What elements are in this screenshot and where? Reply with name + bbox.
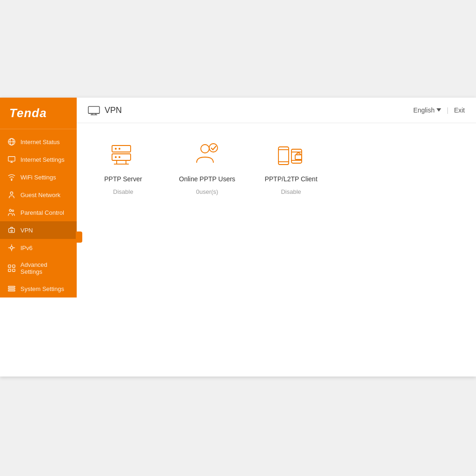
svg-point-9 (12, 210, 14, 212)
svg-point-40 (209, 144, 218, 152)
wifi-icon (7, 173, 16, 181)
pptp-l2tp-client-title: PPTP/L2TP Client (264, 175, 317, 183)
sidebar-item-system-settings[interactable]: System Settings (0, 280, 77, 298)
brand-name: Tenda (9, 106, 47, 120)
svg-rect-17 (8, 265, 11, 267)
sidebar-item-guest-network[interactable]: Guest Network (0, 186, 77, 204)
vpn-card-pptp-server[interactable]: PPTP Server Disable (95, 142, 151, 195)
svg-point-32 (115, 148, 117, 150)
online-pptp-users-icon (191, 142, 224, 170)
vpn-cards-container: PPTP Server Disable (95, 142, 457, 195)
sidebar-item-internet-settings[interactable]: Internet Settings (0, 151, 77, 168)
sidebar-label-vpn: VPN (20, 227, 33, 234)
vpn-card-online-pptp-users[interactable]: Online PPTP Users 0user(s) (179, 142, 235, 195)
svg-point-6 (11, 179, 12, 180)
vpn-card-pptp-l2tp-client[interactable]: PPTP/L2TP Client Disable (263, 142, 319, 195)
family-icon (7, 208, 16, 217)
pptp-server-title: PPTP Server (104, 175, 142, 183)
svg-marker-29 (436, 108, 441, 112)
sidebar-item-wifi-settings[interactable]: WiFi Settings (0, 168, 77, 186)
header-divider: | (447, 106, 449, 114)
person-icon (7, 191, 16, 199)
main-content: VPN English | Exit (77, 98, 476, 377)
svg-rect-3 (8, 157, 15, 161)
online-pptp-users-title: Online PPTP Users (179, 175, 235, 183)
language-selector[interactable]: English (413, 106, 441, 114)
chevron-down-icon (436, 108, 441, 112)
svg-rect-44 (291, 149, 302, 163)
settings-icon (7, 284, 16, 293)
sidebar-label-ipv6: IPv6 (20, 245, 33, 251)
sidebar-label-advanced-settings: Advanced Settings (20, 261, 69, 275)
svg-rect-22 (8, 288, 15, 289)
sidebar-label-wifi-settings: WiFi Settings (20, 174, 56, 181)
header-left: VPN (88, 105, 122, 115)
pptp-server-icon (107, 142, 139, 170)
language-label: English (413, 106, 435, 114)
vpn-icon (7, 226, 16, 234)
grid-icon (7, 264, 16, 272)
pptp-server-status: Disable (113, 188, 133, 195)
sidebar-label-internet-status: Internet Status (20, 139, 60, 145)
svg-rect-18 (13, 265, 15, 267)
svg-rect-47 (295, 155, 302, 159)
svg-rect-24 (88, 106, 99, 113)
svg-rect-19 (8, 269, 11, 271)
svg-point-35 (119, 156, 120, 158)
svg-point-34 (115, 156, 117, 158)
svg-rect-21 (8, 286, 15, 287)
svg-point-8 (9, 209, 12, 212)
sidebar-label-guest-network: Guest Network (20, 192, 60, 198)
svg-point-7 (10, 192, 13, 194)
svg-rect-23 (8, 290, 15, 291)
globe-icon (7, 138, 16, 146)
svg-rect-20 (13, 269, 15, 271)
vpn-page-icon (88, 105, 100, 115)
sidebar-label-parental-control: Parental Control (20, 209, 64, 216)
sidebar-item-ipv6[interactable]: IPv6 (0, 239, 77, 257)
page-header: VPN English | Exit (77, 98, 476, 123)
svg-point-12 (10, 246, 13, 249)
exit-button[interactable]: Exit (454, 106, 465, 114)
vpn-content-area: PPTP Server Disable (77, 123, 476, 377)
network-icon (7, 244, 16, 252)
sidebar-item-internet-status[interactable]: Internet Status (0, 133, 77, 151)
page-title: VPN (105, 106, 122, 115)
brand-logo: Tenda (0, 98, 77, 129)
online-pptp-users-status: 0user(s) (196, 188, 218, 195)
sidebar-label-system-settings: System Settings (20, 285, 64, 292)
sidebar-item-vpn[interactable]: VPN (0, 221, 77, 239)
sidebar-item-advanced-settings[interactable]: Advanced Settings (0, 257, 77, 280)
pptp-l2tp-client-icon (275, 142, 307, 170)
sidebar-label-internet-settings: Internet Settings (20, 156, 65, 163)
sidebar: Tenda Internet Status (0, 98, 77, 298)
header-right: English | Exit (413, 106, 465, 114)
monitor-icon (7, 155, 16, 164)
sidebar-item-parental-control[interactable]: Parental Control (0, 204, 77, 221)
svg-point-11 (11, 230, 13, 232)
svg-point-33 (119, 148, 120, 150)
svg-point-39 (201, 145, 209, 153)
sidebar-collapse-button[interactable] (76, 231, 82, 243)
pptp-l2tp-client-status: Disable (281, 188, 301, 195)
sidebar-nav: Internet Status Internet Settings (0, 129, 77, 298)
